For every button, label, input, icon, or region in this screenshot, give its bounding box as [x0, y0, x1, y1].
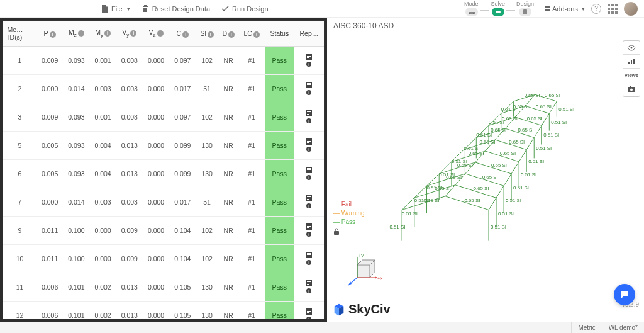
chart-button[interactable] [623, 55, 640, 69]
report-icons[interactable]: i [296, 110, 323, 124]
workflow-design[interactable]: Design [516, 1, 534, 16]
info-icon: i [78, 30, 84, 37]
svg-text:0.65 SI: 0.65 SI [457, 162, 473, 168]
table-row[interactable]: 70.0000.0140.0030.0030.0000.01751NR#1Pas… [3, 188, 324, 217]
svg-marker-151 [348, 281, 352, 285]
col-d[interactable]: Di [218, 21, 239, 47]
report-icons[interactable]: i [296, 54, 323, 67]
legend-warning: — Warning [333, 209, 365, 218]
table-row[interactable]: 100.0110.1000.0000.0090.0000.104102NR#1P… [3, 245, 324, 273]
report-icons[interactable]: i [296, 280, 323, 294]
reset-design-button[interactable]: Reset Design Data [142, 5, 210, 13]
svg-text:0.51 SI: 0.51 SI [491, 224, 506, 230]
svg-rect-43 [307, 227, 309, 228]
col-mz[interactable]: Mzi [63, 21, 89, 47]
col-status[interactable]: Status [265, 21, 294, 47]
svg-text:0.65 SI: 0.65 SI [491, 162, 507, 168]
svg-line-94 [511, 162, 519, 174]
svg-text:0.65 SI: 0.65 SI [509, 139, 525, 145]
svg-rect-25 [307, 142, 309, 143]
svg-rect-47 [307, 253, 311, 254]
svg-text:0.65 SI: 0.65 SI [527, 116, 543, 121]
info-icon: i [208, 31, 214, 38]
model-view-panel[interactable]: AISC 360-10 ASD Views — Fail — Warning —… [327, 18, 644, 322]
col-c[interactable]: Ci [169, 21, 196, 47]
check-icon [221, 5, 229, 13]
design-step-icon [519, 8, 531, 16]
table-row[interactable]: 120.0060.1010.0020.0130.0000.105130NR#1P… [3, 302, 324, 320]
svg-rect-55 [307, 284, 309, 285]
apps-menu-button[interactable] [608, 4, 618, 14]
status-legend: — Fail — Warning — Pass [333, 200, 365, 227]
design-code-title: AISC 360-10 ASD [333, 21, 394, 30]
file-label: File [111, 5, 123, 13]
workflow-solve[interactable]: Solve [491, 1, 505, 16]
col-p[interactable]: Pi [36, 21, 63, 47]
svg-text:+Y: +Y [358, 254, 364, 258]
report-icons[interactable]: i [296, 308, 323, 319]
logo-icon [332, 303, 346, 317]
addons-icon [544, 6, 550, 11]
col-id[interactable]: Me… ID(s) [3, 21, 36, 47]
svg-text:0.51 SI: 0.51 SI [498, 211, 514, 217]
svg-rect-77 [334, 231, 339, 235]
table-row[interactable]: 60.0050.0930.0040.0130.0000.099130NR#1Pa… [3, 160, 324, 188]
lock-icon[interactable] [333, 228, 340, 237]
addons-menu[interactable]: Add-ons ▾ [544, 5, 585, 13]
table-row[interactable]: 50.0050.0930.0040.0130.0000.099130NR#1Pa… [3, 132, 324, 160]
axis-cube[interactable]: +Y +X [345, 252, 382, 291]
workflow-model[interactable]: Model [464, 1, 480, 16]
file-name[interactable]: WL demo* [602, 322, 644, 333]
info-icon: i [104, 30, 111, 37]
svg-text:0.51 SI: 0.51 SI [402, 211, 418, 217]
svg-rect-6 [307, 56, 311, 57]
legend-pass: — Pass [333, 218, 365, 227]
svg-text:0.65 SI: 0.65 SI [424, 198, 440, 203]
table-row[interactable]: 20.0000.0140.0030.0030.0000.01751NR#1Pas… [3, 75, 324, 103]
svg-rect-49 [307, 256, 309, 256]
file-menu[interactable]: File ▾ [101, 5, 130, 13]
report-icons[interactable]: i [296, 223, 323, 237]
svg-rect-72 [631, 60, 632, 64]
camera-button[interactable] [623, 82, 640, 96]
table-row[interactable]: 90.0110.1000.0000.0090.0000.104102NR#1Pa… [3, 217, 324, 245]
info-icon: i [228, 31, 235, 38]
col-vy[interactable]: Vyi [116, 21, 143, 47]
results-table: Me… ID(s) Pi Mzi Myi Vyi Vzi Ci Sli Di L… [3, 21, 324, 319]
results-table-wrap: Me… ID(s) Pi Mzi Myi Vyi Vzi Ci Sli Di L… [3, 20, 325, 319]
table-row[interactable]: 30.0090.0930.0010.0080.0000.097102NR#1Pa… [3, 103, 324, 132]
svg-rect-3 [523, 9, 527, 14]
report-icons[interactable]: i [296, 138, 323, 152]
views-button[interactable]: Views [623, 69, 640, 82]
col-vz[interactable]: Vzi [143, 21, 169, 47]
col-lc[interactable]: LCi [239, 21, 265, 47]
units-toggle[interactable]: Metric [571, 322, 601, 333]
report-icons[interactable]: i [296, 82, 323, 96]
svg-point-70 [631, 47, 633, 48]
help-button[interactable]: ? [591, 4, 601, 14]
table-row[interactable]: 10.0090.0930.0010.0080.0000.097102NR#1Pa… [3, 47, 324, 75]
table-row[interactable]: 110.0060.1010.0020.0130.0000.105130NR#1P… [3, 273, 324, 302]
user-avatar[interactable] [624, 2, 638, 16]
visibility-button[interactable] [623, 41, 640, 55]
svg-rect-53 [307, 281, 311, 282]
svg-rect-36 [307, 198, 311, 198]
col-rep[interactable]: Rep… [294, 21, 324, 47]
col-sl[interactable]: Sli [196, 21, 218, 47]
report-icons[interactable]: i [296, 252, 323, 266]
report-icons[interactable]: i [296, 167, 323, 181]
status-bar: Metric WL demo* [0, 322, 644, 333]
svg-text:0.51 SI: 0.51 SI [476, 132, 492, 138]
file-icon [101, 5, 108, 13]
svg-text:0.65 SI: 0.65 SI [525, 93, 540, 98]
chevron-down-icon: ▾ [582, 6, 585, 12]
svg-text:0.65 SI: 0.65 SI [518, 127, 533, 133]
chat-button[interactable] [614, 284, 635, 305]
run-design-button[interactable]: Run Design [221, 5, 268, 13]
svg-text:0.65 SI: 0.65 SI [464, 198, 480, 203]
chevron-down-icon: ▾ [127, 6, 130, 12]
col-my[interactable]: Myi [89, 21, 116, 47]
svg-text:0.65 SI: 0.65 SI [502, 116, 518, 121]
model-step-icon [465, 8, 478, 16]
report-icons[interactable]: i [296, 195, 323, 209]
